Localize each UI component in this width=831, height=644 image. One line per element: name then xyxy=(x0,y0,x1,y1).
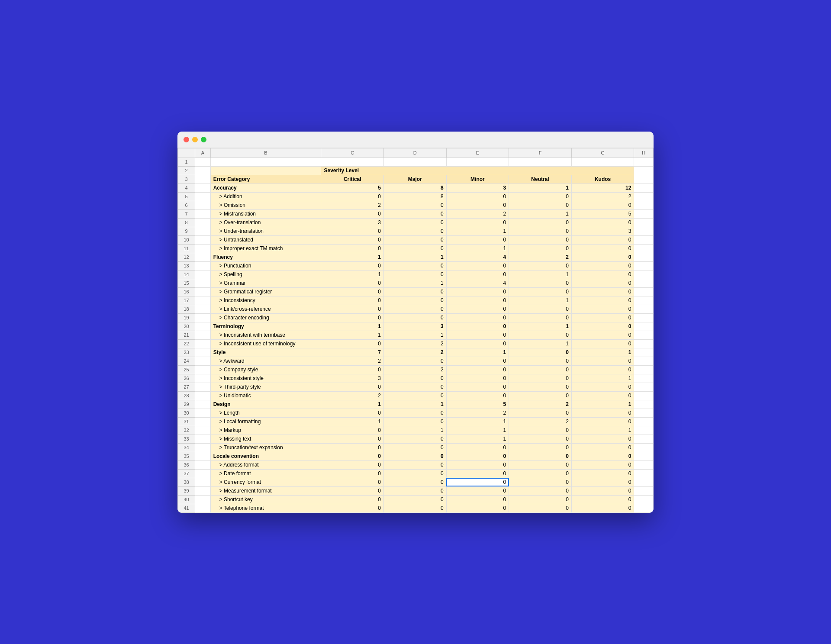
cell-h[interactable] xyxy=(634,348,654,357)
cell-neutral[interactable]: 0 xyxy=(509,192,572,201)
cell-neutral[interactable]: 1 xyxy=(509,339,572,348)
cell-minor[interactable]: 0 xyxy=(446,313,509,322)
cell-major[interactable]: 0 xyxy=(384,460,447,469)
cell-minor[interactable]: 0 xyxy=(446,365,509,374)
cell-empty[interactable] xyxy=(446,158,509,166)
cell-critical[interactable]: 0 xyxy=(321,209,384,218)
cell-critical[interactable]: 0 xyxy=(321,460,384,469)
cell-minor[interactable]: 0 xyxy=(446,478,509,486)
cell-major[interactable]: 0 xyxy=(384,305,447,313)
cell-minor[interactable]: 1 xyxy=(446,417,509,426)
subcategory-label[interactable]: > Currency format xyxy=(210,478,321,486)
cell-minor[interactable]: 0 xyxy=(446,495,509,504)
cell-kudos[interactable]: 0 xyxy=(571,279,634,287)
cell-critical[interactable]: 5 xyxy=(321,184,384,192)
cell-h[interactable] xyxy=(634,365,654,374)
cell-neutral[interactable]: 0 xyxy=(509,313,572,322)
cell-minor[interactable]: 3 xyxy=(446,184,509,192)
cell-kudos[interactable]: 0 xyxy=(571,469,634,478)
cell-kudos[interactable]: 0 xyxy=(571,391,634,400)
cell-a[interactable] xyxy=(195,417,211,426)
cell-kudos[interactable]: 0 xyxy=(571,296,634,305)
cell-h[interactable] xyxy=(634,201,654,209)
cell-a[interactable] xyxy=(195,235,211,244)
cell-major[interactable]: 0 xyxy=(384,357,447,365)
cell-kudos[interactable]: 0 xyxy=(571,287,634,296)
cell-critical[interactable]: 0 xyxy=(321,261,384,270)
cell-a[interactable] xyxy=(195,227,211,235)
cell-neutral[interactable]: 0 xyxy=(509,227,572,235)
cell-kudos[interactable]: 0 xyxy=(571,313,634,322)
cell-h[interactable] xyxy=(634,486,654,495)
cell-h[interactable] xyxy=(634,374,654,383)
cell-critical[interactable]: 1 xyxy=(321,322,384,331)
subcategory-label[interactable]: > Inconsistency xyxy=(210,296,321,305)
cell-minor[interactable]: 0 xyxy=(446,305,509,313)
cell-critical[interactable]: 0 xyxy=(321,296,384,305)
cell-neutral[interactable]: 0 xyxy=(509,504,572,512)
cell-a[interactable] xyxy=(195,478,211,486)
cell-kudos[interactable]: 0 xyxy=(571,270,634,279)
subcategory-label[interactable]: > Inconsistent style xyxy=(210,374,321,383)
subcategory-label[interactable]: > Truncation/text expansion xyxy=(210,443,321,452)
cell-h[interactable] xyxy=(634,261,654,270)
cell-critical[interactable]: 0 xyxy=(321,192,384,201)
subcategory-label[interactable]: > Inconsistent with termbase xyxy=(210,331,321,339)
cell-minor[interactable]: 5 xyxy=(446,400,509,409)
cell-critical[interactable]: 2 xyxy=(321,391,384,400)
cell-critical[interactable]: 2 xyxy=(321,357,384,365)
cell-minor[interactable]: 1 xyxy=(446,244,509,253)
cell-h[interactable] xyxy=(634,435,654,443)
cell-a[interactable] xyxy=(195,175,211,184)
cell-critical[interactable]: 2 xyxy=(321,201,384,209)
cell-a[interactable] xyxy=(195,486,211,495)
cell-a[interactable] xyxy=(195,443,211,452)
cell-a[interactable] xyxy=(195,158,211,166)
cell-major[interactable]: 2 xyxy=(384,348,447,357)
subcategory-label[interactable]: > Local formatting xyxy=(210,417,321,426)
cell-kudos[interactable]: 0 xyxy=(571,417,634,426)
cell-major[interactable]: 0 xyxy=(384,495,447,504)
col-header-e[interactable]: E xyxy=(446,148,509,158)
cell-minor[interactable]: 1 xyxy=(446,435,509,443)
cell-critical[interactable]: 1 xyxy=(321,400,384,409)
cell-a[interactable] xyxy=(195,218,211,227)
cell-critical[interactable]: 0 xyxy=(321,365,384,374)
cell-neutral[interactable]: 1 xyxy=(509,209,572,218)
cell-a[interactable] xyxy=(195,435,211,443)
category-label[interactable]: Style xyxy=(210,348,321,357)
cell-a[interactable] xyxy=(195,184,211,192)
cell-a[interactable] xyxy=(195,287,211,296)
cell-major[interactable]: 0 xyxy=(384,435,447,443)
cell-neutral[interactable]: 0 xyxy=(509,409,572,417)
cell-critical[interactable]: 0 xyxy=(321,305,384,313)
cell-kudos[interactable]: 0 xyxy=(571,435,634,443)
cell-major[interactable]: 0 xyxy=(384,409,447,417)
subcategory-label[interactable]: > Link/cross-reference xyxy=(210,305,321,313)
cell-kudos[interactable]: 0 xyxy=(571,322,634,331)
cell-kudos[interactable]: 0 xyxy=(571,486,634,495)
cell-minor[interactable]: 2 xyxy=(446,409,509,417)
cell-a[interactable] xyxy=(195,469,211,478)
cell-a[interactable] xyxy=(195,244,211,253)
cell-h[interactable] xyxy=(634,244,654,253)
cell-h[interactable] xyxy=(634,235,654,244)
cell-empty[interactable] xyxy=(321,158,384,166)
cell-neutral[interactable]: 0 xyxy=(509,287,572,296)
subcategory-label[interactable]: > Missing text xyxy=(210,435,321,443)
cell-minor[interactable]: 4 xyxy=(446,279,509,287)
maximize-button[interactable] xyxy=(201,137,206,142)
cell-major[interactable]: 0 xyxy=(384,417,447,426)
cell-critical[interactable]: 0 xyxy=(321,383,384,391)
cell-h[interactable] xyxy=(634,209,654,218)
cell-minor[interactable]: 1 xyxy=(446,426,509,435)
cell-a[interactable] xyxy=(195,426,211,435)
subcategory-label[interactable]: > Awkward xyxy=(210,357,321,365)
cell-major[interactable]: 1 xyxy=(384,426,447,435)
cell-neutral[interactable]: 0 xyxy=(509,201,572,209)
cell-minor[interactable]: 0 xyxy=(446,374,509,383)
cell-minor[interactable]: 1 xyxy=(446,348,509,357)
subcategory-label[interactable]: > Addition xyxy=(210,192,321,201)
cell-major[interactable]: 1 xyxy=(384,279,447,287)
cell-a[interactable] xyxy=(195,460,211,469)
